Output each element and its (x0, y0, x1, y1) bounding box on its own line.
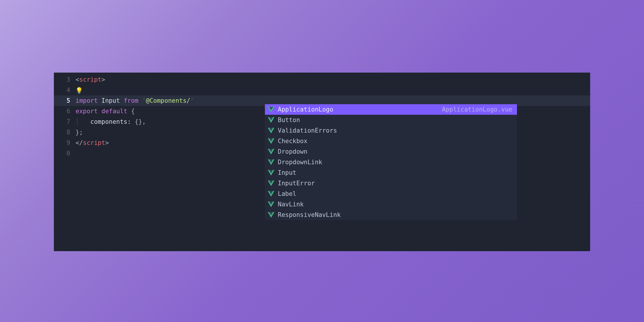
vue-icon (268, 212, 274, 218)
keyword: from (124, 97, 138, 104)
keyword: export (76, 108, 98, 115)
autocomplete-label: Input (278, 169, 296, 176)
vue-icon (268, 127, 274, 134)
vue-icon (268, 106, 274, 113)
autocomplete-detail: ApplicationLogo.vue (442, 106, 517, 113)
autocomplete-label: DropdownLink (278, 159, 322, 166)
line-number-gutter: 3 4 5 6 7 8 9 0 (54, 73, 76, 251)
string-quote: ' (142, 97, 146, 104)
autocomplete-label: ApplicationLogo (278, 106, 333, 113)
code-editor[interactable]: 3 4 5 6 7 8 9 0 <script> 💡 import Input … (54, 73, 590, 251)
autocomplete-popup[interactable]: ApplicationLogoApplicationLogo.vueButton… (265, 104, 517, 220)
tag-name: script (79, 76, 102, 83)
line-number: 7 (54, 117, 70, 127)
code-line: 💡 (76, 85, 590, 95)
bracket: </ (76, 139, 83, 146)
keyword: import (76, 97, 98, 104)
vue-icon (268, 138, 274, 144)
vue-icon (268, 169, 274, 176)
vue-icon (268, 148, 274, 155)
autocomplete-item[interactable]: ValidationErrors (265, 125, 517, 136)
vue-icon (268, 159, 274, 165)
autocomplete-label: NavLink (278, 201, 304, 208)
vue-icon (268, 180, 274, 186)
line-number: 3 (54, 74, 70, 85)
indent-guide: │ (76, 118, 90, 125)
autocomplete-label: Checkbox (278, 138, 307, 145)
line-number: 8 (54, 127, 70, 138)
string-quote: ' (190, 97, 194, 104)
autocomplete-item[interactable]: Checkbox (265, 136, 517, 146)
lightbulb-icon[interactable]: 💡 (76, 85, 83, 96)
vue-icon (268, 191, 274, 197)
code-line: <script> (76, 74, 590, 85)
identifier: Input (102, 97, 120, 104)
line-number: 6 (54, 106, 70, 117)
autocomplete-item[interactable]: NavLink (265, 199, 517, 210)
autocomplete-label: ValidationErrors (278, 127, 337, 134)
line-number: 9 (54, 138, 70, 148)
autocomplete-item[interactable]: DropdownLink (265, 157, 517, 167)
vue-icon (268, 117, 274, 123)
keyword: default (102, 108, 128, 115)
line-number-active: 5 (54, 95, 70, 106)
vue-icon (268, 201, 274, 208)
string: @Components/ (146, 97, 190, 104)
autocomplete-item[interactable]: Input (265, 167, 517, 178)
autocomplete-label: InputError (278, 180, 315, 187)
line-number: 0 (54, 148, 70, 159)
bracket: > (102, 76, 105, 83)
autocomplete-label: ResponsiveNavLink (278, 211, 341, 218)
bracket: < (76, 76, 79, 83)
bracket: > (105, 139, 109, 146)
autocomplete-item[interactable]: Button (265, 115, 517, 125)
tag-name: script (83, 139, 105, 146)
autocomplete-item[interactable]: ApplicationLogoApplicationLogo.vue (265, 104, 517, 115)
braces: {}, (135, 118, 146, 125)
autocomplete-label: Label (278, 190, 296, 197)
property: components: (90, 118, 131, 125)
autocomplete-item[interactable]: ResponsiveNavLink (265, 210, 517, 220)
autocomplete-item[interactable]: Label (265, 189, 517, 199)
line-number: 4 (54, 85, 70, 95)
autocomplete-item[interactable]: InputError (265, 178, 517, 189)
autocomplete-item[interactable]: Dropdown (265, 146, 517, 157)
brace: }; (76, 129, 83, 136)
autocomplete-label: Dropdown (278, 148, 307, 155)
brace: { (131, 108, 135, 115)
autocomplete-label: Button (278, 117, 300, 124)
